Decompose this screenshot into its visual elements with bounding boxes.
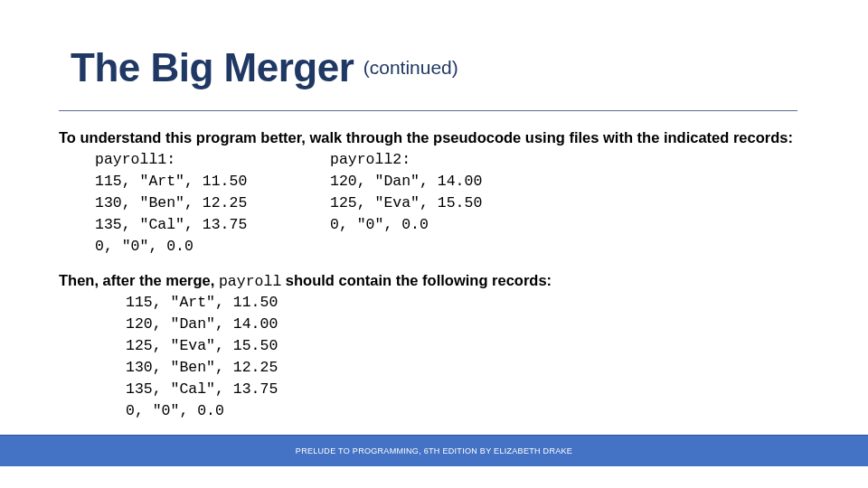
then-line: Then, after the merge, payroll should co… <box>59 270 868 293</box>
payroll1-row: 115, "Art", 11.50 <box>95 171 330 192</box>
then-post: should contain the following records: <box>281 272 552 288</box>
merged-row: 115, "Art", 11.50 <box>126 292 868 314</box>
merged-row: 120, "Dan", 14.00 <box>126 314 868 335</box>
intro-text: To understand this program better, walk … <box>59 127 868 149</box>
payroll2-name: payroll2: <box>330 149 482 171</box>
merged-row: 0, "0", 0.0 <box>126 400 868 422</box>
footer-text: PRELUDE TO PROGRAMMING, 6TH EDITION BY E… <box>0 436 868 466</box>
slide-subtitle: (continued) <box>363 57 458 78</box>
payroll2-row: 125, "Eva", 15.50 <box>330 192 482 214</box>
merged-file-name: payroll <box>219 273 281 290</box>
slide: The Big Merger (continued) To understand… <box>0 0 868 488</box>
merged-row: 130, "Ben", 12.25 <box>126 357 868 379</box>
title-area: The Big Merger (continued) <box>0 0 868 90</box>
merged-column: 115, "Art", 11.50 120, "Dan", 14.00 125,… <box>59 292 868 422</box>
payroll1-row: 130, "Ben", 12.25 <box>95 192 330 214</box>
body-content: To understand this program better, walk … <box>0 111 868 422</box>
then-pre: Then, after the merge, <box>59 272 219 288</box>
payroll1-row: 135, "Cal", 13.75 <box>95 214 330 236</box>
merged-row: 135, "Cal", 13.75 <box>126 379 868 400</box>
payroll1-row: 0, "0", 0.0 <box>95 236 330 258</box>
payroll2-column: payroll2: 120, "Dan", 14.00 125, "Eva", … <box>330 149 482 258</box>
slide-title: The Big Merger <box>71 45 354 89</box>
payroll2-row: 0, "0", 0.0 <box>330 214 482 236</box>
input-columns: payroll1: 115, "Art", 11.50 130, "Ben", … <box>59 149 868 258</box>
merged-row: 125, "Eva", 15.50 <box>126 335 868 357</box>
payroll1-column: payroll1: 115, "Art", 11.50 130, "Ben", … <box>59 149 330 258</box>
payroll2-row: 120, "Dan", 14.00 <box>330 171 482 192</box>
payroll1-name: payroll1: <box>95 149 330 171</box>
